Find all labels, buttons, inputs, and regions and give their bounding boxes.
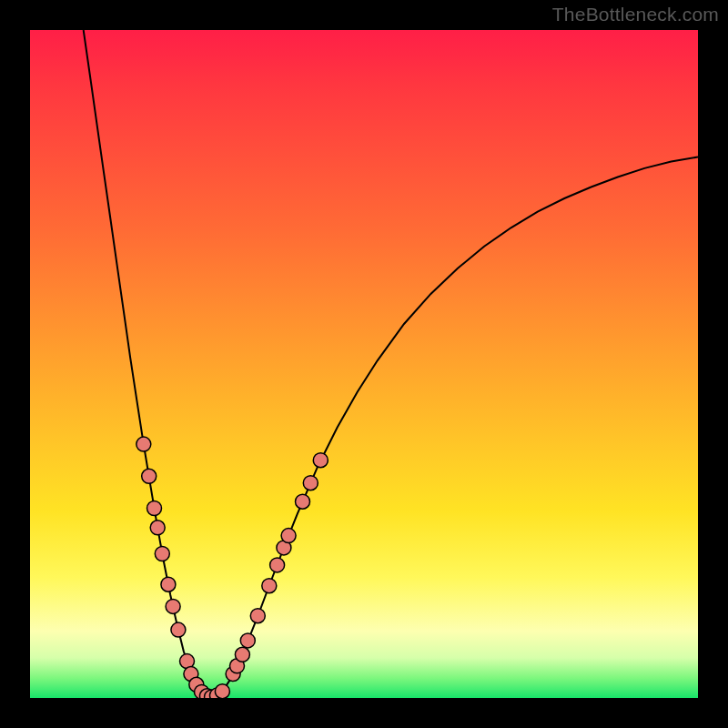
data-marker — [136, 437, 151, 451]
data-marker — [150, 521, 165, 535]
data-marker — [235, 647, 249, 662]
data-marker — [155, 547, 169, 561]
data-marker — [281, 529, 296, 543]
data-marker — [171, 622, 186, 637]
data-marker — [215, 684, 229, 698]
data-marker — [142, 469, 157, 483]
data-marker — [313, 453, 328, 468]
data-marker — [161, 577, 176, 592]
watermark-text: TheBottleneck.com — [552, 4, 719, 25]
data-marker — [147, 501, 162, 516]
data-marker — [250, 609, 265, 623]
data-marker — [296, 494, 310, 509]
bottleneck-curve — [84, 30, 698, 697]
data-marker — [270, 558, 285, 572]
data-marker — [166, 599, 180, 613]
data-marker — [262, 579, 277, 593]
bottleneck-curve-svg — [30, 30, 698, 698]
data-marker — [240, 633, 255, 648]
plot-area — [30, 30, 698, 698]
chart-frame: TheBottleneck.com — [0, 0, 728, 728]
data-marker — [303, 476, 318, 490]
